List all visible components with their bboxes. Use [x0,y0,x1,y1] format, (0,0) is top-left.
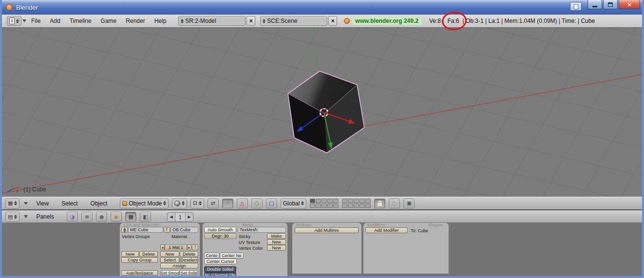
sticky-make-button[interactable]: Make [267,233,286,239]
layer-button[interactable] [333,199,339,203]
menu-file[interactable]: File [31,18,40,24]
add-multires-button[interactable]: Add Multires [295,227,359,233]
panel-tab-shapes[interactable]: Shapes [428,223,443,227]
menu-view[interactable]: View [36,200,49,207]
layer-button[interactable] [316,199,321,203]
editor-type-selector[interactable]: ▤ [5,212,19,222]
titlebar[interactable]: Blender × [2,0,642,15]
layer-button[interactable] [322,204,327,208]
layer-button[interactable] [348,199,353,203]
viewport-3d[interactable]: x (1) Cube [2,28,642,197]
layer-button[interactable] [342,204,347,208]
script-context-button[interactable]: ≡ [81,212,93,222]
layer-button[interactable] [333,204,339,208]
add-modifier-button[interactable]: Add Modifier [365,227,408,233]
menu-add[interactable]: Add [50,18,60,24]
maximize-button[interactable] [603,0,618,9]
layer-button[interactable] [310,204,315,208]
layer-button[interactable] [316,204,321,208]
mode-selector[interactable]: Object Mode [120,199,169,208]
editing-context-button[interactable]: ▦ [125,212,136,222]
menu-select[interactable]: Select [61,200,77,207]
layer-button[interactable] [365,204,371,208]
rotate-manipulator-button[interactable]: ○ [251,199,263,208]
layer-button[interactable] [365,199,371,203]
page-next-button[interactable]: ▶ [186,215,193,219]
fake-user-button[interactable]: F [164,227,170,233]
close-button[interactable]: × [619,0,640,9]
material-index-field[interactable]: 1 Mat 1 [165,244,187,250]
layer-button[interactable] [360,199,365,203]
buttons-window[interactable]: Link and Materials ME:Cube F OB:Cube Ver… [2,223,642,276]
texmesh-field[interactable]: TexMesh: [238,227,286,233]
material-delete-button[interactable]: Delete [180,251,198,257]
collapse-menu-icon[interactable] [22,19,26,22]
object-context-button[interactable]: ◆ [111,212,122,222]
scene-context-button[interactable]: ◧ [140,212,151,222]
uv-texture-new-button[interactable]: New [267,239,286,245]
minimize-button[interactable] [587,0,602,9]
pivot-selector[interactable]: Ω [190,199,204,208]
set-solid-button[interactable]: Set Solid [180,270,198,276]
select-button[interactable]: Select [160,257,179,263]
scene-delete-button[interactable]: × [328,16,337,26]
layer-button[interactable] [360,204,365,208]
logic-context-button[interactable]: ◑ [67,212,78,222]
page-prev-button[interactable]: ◀ [168,215,175,219]
object-name-field[interactable]: OB:Cube [170,227,198,233]
scene-selector[interactable]: SCE:Scene [260,16,327,26]
panel-title[interactable]: Multires [296,223,312,227]
translate-manipulator-button[interactable]: △ [237,199,248,208]
vgroup-new-button[interactable]: New [121,251,139,257]
draw-type-selector[interactable] [172,199,187,208]
menu-panels[interactable]: Panels [36,213,54,220]
screen-delete-button[interactable]: × [246,16,255,26]
vgroup-delete-button[interactable]: Delete [139,251,158,257]
orientation-selector[interactable]: Global [281,199,307,208]
collapse-menu-icon[interactable] [24,202,28,205]
layer-button[interactable] [322,199,327,203]
set-smooth-button[interactable]: Set Smoo [160,270,179,276]
double-sided-button[interactable]: Double Sided [204,266,236,272]
centre-button[interactable]: Cente [204,253,219,259]
document-toolbar-button[interactable] [570,2,582,11]
shading-context-button[interactable]: ● [96,212,107,222]
menu-help[interactable]: Help [154,18,167,24]
deselect-button[interactable]: Deselect [180,257,198,263]
material-new-button[interactable]: New [160,251,179,257]
autotexspace-button[interactable]: AutoTexSpace [121,270,158,276]
degr-slider[interactable]: Degr: 30 [204,233,236,239]
menu-timeline[interactable]: Timeline [70,18,92,24]
scale-manipulator-button[interactable]: □ [266,199,277,208]
layer-button[interactable] [310,199,315,203]
render-preview-button[interactable]: ▣ [403,199,415,208]
centre-cursor-button[interactable]: Center Cursor [204,259,237,264]
auto-smooth-button[interactable]: Auto Smooth [204,227,236,233]
menu-object[interactable]: Object [91,200,108,207]
vertex-color-new-button[interactable]: New [267,245,286,251]
editor-type-selector[interactable]: ▦ [5,199,19,208]
layer-button[interactable] [354,199,359,203]
layer-button[interactable] [348,204,353,208]
copy-group-button[interactable]: Copy Group [121,257,158,263]
material-next-button[interactable]: ▸ [187,244,191,250]
manipulator-toggle-button[interactable]: ⇄ [208,199,219,208]
mesh-browse-button[interactable] [121,227,128,233]
menu-render[interactable]: Render [126,18,145,24]
hand-tool-button[interactable]: ☝ [222,199,233,208]
material-prev-button[interactable]: ◂ [160,244,165,250]
collapse-menu-icon[interactable] [24,215,28,218]
layer-button[interactable] [354,204,359,208]
layer-button[interactable] [327,204,333,208]
proportional-edit-button[interactable]: ○ [389,199,400,208]
material-help-button[interactable]: ? [192,244,198,250]
panel-title[interactable]: Modifiers [367,223,385,227]
mesh-name-field[interactable]: ME:Cube [128,227,163,233]
viewport-canvas[interactable]: x [2,28,642,197]
no-vnormal-flip-button[interactable]: No V.Normal Flip [204,272,236,276]
scene-lock-button[interactable] [374,199,385,208]
centre-new-button[interactable]: Center Ne [220,253,244,259]
layer-button[interactable] [327,199,333,203]
window-type-selector[interactable]: i [7,16,21,26]
screen-selector[interactable]: SR:2-Model [178,16,246,26]
